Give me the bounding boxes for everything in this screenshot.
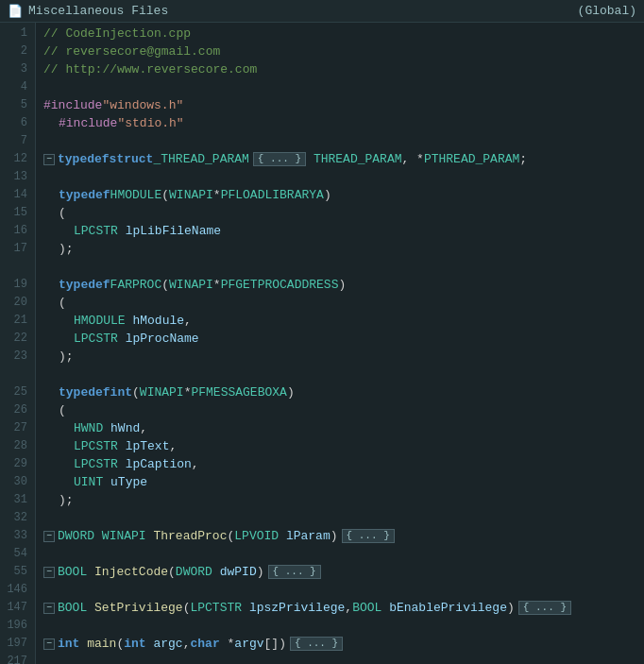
expand-main-icon[interactable]: − (43, 638, 55, 650)
expand-setprivilege-icon[interactable]: − (43, 603, 55, 614)
code-area: 1 2 3 4 5 6 7 12 13 14 15 16 17 19 20 21… (0, 23, 644, 664)
ln-33: 33 (6, 527, 27, 545)
ln-3: 3 (6, 60, 27, 78)
collapse-main-body[interactable]: { ... } (290, 637, 343, 651)
ln-21: 21 (6, 312, 27, 330)
expand-threadproc-icon[interactable]: − (43, 531, 55, 542)
ln-32: 32 (6, 509, 27, 527)
ln-30: 30 (6, 473, 27, 491)
line-16: LPCSTR lpLibFileName (43, 222, 644, 240)
ln-6: 6 (6, 114, 27, 132)
ln-196: 196 (6, 617, 27, 635)
line-217 (43, 653, 644, 664)
ln-55: 55 (6, 563, 27, 581)
line-15: ( (43, 204, 644, 222)
ln-20: 20 (6, 294, 27, 312)
line-13 (43, 168, 644, 186)
line-14: typedef HMODULE ( WINAPI * PFLOADLIBRARY… (43, 186, 644, 204)
line-196 (43, 617, 644, 635)
ln-197: 197 (6, 635, 27, 653)
line-29: LPCSTR lpCaption , (43, 455, 644, 473)
ln-29: 29 (6, 455, 27, 473)
ln-147: 147 (6, 599, 27, 617)
ln-16: 16 (6, 222, 27, 240)
ln-28: 28 (6, 437, 27, 455)
code-content: // CodeInjection.cpp // reversecore@gmai… (36, 23, 644, 664)
line-27: HWND hWnd , (43, 419, 644, 437)
line-22: LPCSTR lpProcName (43, 330, 644, 348)
ln-146: 146 (6, 581, 27, 599)
line-12: − typedef struct _THREAD_PARAM { ... } T… (43, 150, 644, 168)
line-23: ); (43, 348, 644, 366)
line-19: typedef FARPROC ( WINAPI * PFGETPROCADDR… (43, 276, 644, 294)
ln-17: 17 (6, 240, 27, 258)
line-26: ( (43, 401, 644, 419)
ln-7: 7 (6, 132, 27, 150)
ln-25: 25 (6, 383, 27, 401)
line-21: HMODULE hModule , (43, 312, 644, 330)
line-5: #include "windows.h" (43, 96, 644, 114)
ln-18 (6, 258, 27, 276)
collapse-injectcode-body[interactable]: { ... } (268, 565, 321, 579)
line-18 (43, 258, 644, 276)
line-2: // reversecore@gmail.com (43, 43, 644, 60)
collapse-struct-body[interactable]: { ... } (253, 152, 306, 166)
title-bar: 📄 Miscellaneous Files (Global) (0, 0, 644, 23)
line-28: LPCSTR lpText , (43, 437, 644, 455)
line-24 (43, 366, 644, 383)
line-54 (43, 545, 644, 563)
expand-struct-icon[interactable]: − (43, 154, 55, 165)
line-20: ( (43, 294, 644, 312)
ln-2: 2 (6, 43, 27, 60)
line-1: // CodeInjection.cpp (43, 25, 644, 43)
ln-23: 23 (6, 348, 27, 366)
ln-27: 27 (6, 419, 27, 437)
line-7 (43, 132, 644, 150)
line-6: #include "stdio.h" (43, 114, 644, 132)
collapse-setprivilege-body[interactable]: { ... } (518, 601, 571, 615)
line-147: − BOOL SetPrivilege ( LPCTSTR lpszPrivil… (43, 599, 644, 617)
ln-26: 26 (6, 401, 27, 419)
line-4 (43, 78, 644, 96)
line-3: // http://www.reversecore.com (43, 60, 644, 78)
ln-15: 15 (6, 204, 27, 222)
line-30: UINT uType (43, 473, 644, 491)
line-17: ); (43, 240, 644, 258)
ln-5: 5 (6, 96, 27, 114)
ln-31: 31 (6, 491, 27, 509)
scope-label: (Global) (578, 4, 636, 18)
line-32 (43, 509, 644, 527)
line-31: ); (43, 491, 644, 509)
ln-1: 1 (6, 25, 27, 43)
collapse-threadproc-body[interactable]: { ... } (342, 529, 395, 543)
line-197: − int main ( int argc , char * argv []) … (43, 635, 644, 653)
ln-4: 4 (6, 78, 27, 96)
ln-217: 217 (6, 653, 27, 664)
ln-13: 13 (6, 168, 27, 186)
line-146 (43, 581, 644, 599)
ln-24 (6, 366, 27, 383)
ln-54: 54 (6, 545, 27, 563)
ln-22: 22 (6, 330, 27, 348)
ln-19: 19 (6, 276, 27, 294)
line-25: typedef int ( WINAPI * PFMESSAGEBOXA ) (43, 383, 644, 401)
line-33: − DWORD WINAPI ThreadProc ( LPVOID lPara… (43, 527, 644, 545)
line-55: − BOOL InjectCode ( DWORD dwPID ) { ... … (43, 563, 644, 581)
ln-14: 14 (6, 186, 27, 204)
filename-label: Miscellaneous Files (28, 4, 168, 18)
ln-12: 12 (6, 150, 27, 168)
line-numbers: 1 2 3 4 5 6 7 12 13 14 15 16 17 19 20 21… (0, 23, 36, 664)
expand-injectcode-icon[interactable]: − (43, 567, 55, 578)
title-icon: 📄 (8, 4, 23, 19)
